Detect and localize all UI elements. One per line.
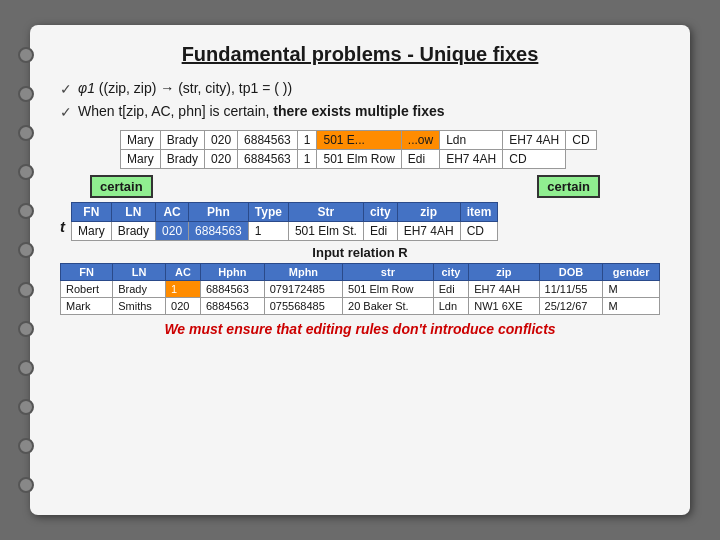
cell-str: 501 Elm St. [288,222,363,241]
cell-dob: 11/11/55 [539,281,603,298]
cell-dob: 25/12/67 [539,298,603,315]
cell-fn: Mark [61,298,113,315]
cell-ac: 020 [166,298,201,315]
cell-zip2: EH7 4AH [440,150,503,169]
slide: Fundamental problems - Unique fixes ✓ φ1… [30,25,690,515]
cell-str: 501 Elm Row [317,150,401,169]
main-table: FN LN AC Phn Type Str city zip item Mary… [71,202,498,241]
cell-city: Edi [433,281,469,298]
bullet-2: ✓ When t[zip, AC, phn] is certain, there… [60,103,660,120]
bullet-1-text: φ1 ((zip, zip) → (str, city), tp1 = ( )) [78,80,292,96]
r-table-header-row: FN LN AC Hphn Mphn str city zip DOB gend… [61,264,660,281]
cell-fn: Mary [121,131,161,150]
cell-fn: Robert [61,281,113,298]
cell-zip: EH7 4AH [503,131,566,150]
r-header-city: city [433,264,469,281]
main-table-header-row: FN LN AC Phn Type Str city zip item [72,203,498,222]
main-table-section: t FN LN AC Phn Type Str city zip item Ma… [60,202,660,241]
header-str: Str [288,203,363,222]
cell-type: 1 [297,131,317,150]
cell-ln: Brady [160,131,204,150]
cell-type: 1 [248,222,288,241]
spiral-binding [18,25,36,515]
cell-hphn: 6884563 [200,281,264,298]
cell-ln: Brady [111,222,155,241]
r-header-str: str [343,264,434,281]
cell-fn: Mary [72,222,112,241]
r-header-dob: DOB [539,264,603,281]
cell-item: CD [566,131,596,150]
cell-gender: M [603,298,660,315]
cell-ln: Brady [160,150,204,169]
cell-row-highlight: ...ow [401,131,439,150]
certain-row: certain certain [60,175,660,198]
cell-ac-blue: 020 [156,222,189,241]
header-city: city [363,203,397,222]
cell-type: 1 [297,150,317,169]
cell-mphn: 079172485 [264,281,342,298]
bottom-text: We must ensure that editing rules don't … [60,321,660,337]
cell-ln: Smiths [113,298,166,315]
bullet-2-text: When t[zip, AC, phn] is certain, there e… [78,103,445,119]
input-relation-label: Input relation R [60,245,660,260]
r-header-ln: LN [113,264,166,281]
table-row: Mary Brady 020 6884563 1 501 E... ...ow … [121,131,597,150]
bullet-1: ✓ φ1 ((zip, zip) → (str, city), tp1 = ( … [60,80,660,97]
cell-city: Ldn [433,298,469,315]
header-type: Type [248,203,288,222]
r-table: FN LN AC Hphn Mphn str city zip DOB gend… [60,263,660,315]
cell-city: Edi [363,222,397,241]
certain-right: certain [537,175,600,198]
header-phn: Phn [189,203,249,222]
r-header-hphn: Hphn [200,264,264,281]
check-icon-1: ✓ [60,81,72,97]
cell-fn: Mary [121,150,161,169]
header-zip: zip [397,203,460,222]
bullet-section: ✓ φ1 ((zip, zip) → (str, city), tp1 = ( … [60,80,660,120]
cell-gender: M [603,281,660,298]
r-header-gender: gender [603,264,660,281]
cell-ac: 020 [205,150,238,169]
header-ln: LN [111,203,155,222]
r-table-row: Robert Brady 1 6884563 079172485 501 Elm… [61,281,660,298]
r-header-zip: zip [469,264,539,281]
cell-phn: 6884563 [238,150,298,169]
cell-ln: Brady [113,281,166,298]
cell-ac-orange: 1 [166,281,201,298]
cell-item: CD [460,222,498,241]
cell-city: Ldn [440,131,503,150]
header-ac: AC [156,203,189,222]
cell-zip: EH7 4AH [469,281,539,298]
cell-str-highlight: 501 E... [317,131,401,150]
r-header-fn: FN [61,264,113,281]
cell-ac: 020 [205,131,238,150]
cell-city2: Edi [401,150,439,169]
header-fn: FN [72,203,112,222]
cell-item2: CD [503,150,566,169]
t-label: t [60,218,65,235]
r-header-ac: AC [166,264,201,281]
cell-mphn: 075568485 [264,298,342,315]
certain-left: certain [90,175,153,198]
cell-hphn: 6884563 [200,298,264,315]
cell-zip: NW1 6XE [469,298,539,315]
cell-phn-blue: 6884563 [189,222,249,241]
cell-zip: EH7 4AH [397,222,460,241]
slide-title: Fundamental problems - Unique fixes [60,43,660,66]
cell-str: 501 Elm Row [343,281,434,298]
header-item: item [460,203,498,222]
cell-phn: 6884563 [238,131,298,150]
top-table: Mary Brady 020 6884563 1 501 E... ...ow … [120,130,597,169]
check-icon-2: ✓ [60,104,72,120]
cell-str: 20 Baker St. [343,298,434,315]
r-header-mphn: Mphn [264,264,342,281]
r-table-row: Mark Smiths 020 6884563 075568485 20 Bak… [61,298,660,315]
main-table-row: Mary Brady 020 6884563 1 501 Elm St. Edi… [72,222,498,241]
top-rows-area: Mary Brady 020 6884563 1 501 E... ...ow … [90,130,660,169]
table-row: Mary Brady 020 6884563 1 501 Elm Row Edi… [121,150,597,169]
